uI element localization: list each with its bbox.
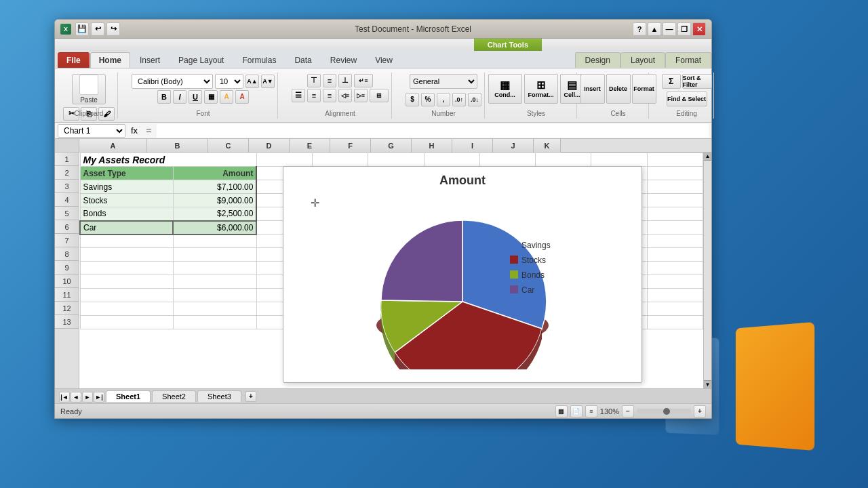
col-header-d[interactable]: D — [249, 139, 290, 152]
cell-a6[interactable]: Car — [80, 221, 173, 235]
col-header-e[interactable]: E — [290, 139, 330, 152]
col-header-f[interactable]: F — [330, 139, 371, 152]
chart-container[interactable]: ✛ Amount — [283, 166, 642, 383]
restore-btn[interactable]: ❐ — [677, 22, 691, 36]
align-center-btn[interactable]: ≡ — [307, 89, 321, 102]
align-right-btn[interactable]: ≡ — [323, 89, 336, 102]
format-btn[interactable]: Format — [632, 74, 656, 104]
cell-a3[interactable]: Savings — [80, 180, 173, 194]
last-sheet-btn[interactable]: ►| — [94, 392, 104, 403]
sheet-tab-3[interactable]: Sheet3 — [197, 390, 241, 402]
col-header-c[interactable]: C — [208, 139, 249, 152]
tab-review[interactable]: Review — [321, 52, 366, 68]
insert-btn[interactable]: Insert — [580, 74, 605, 104]
tab-design[interactable]: Design — [575, 52, 620, 68]
cell-j4[interactable] — [647, 194, 703, 207]
vertical-scrollbar[interactable]: ▲ ▼ — [703, 152, 711, 388]
save-quick-btn[interactable]: 💾 — [75, 22, 89, 36]
increase-indent-btn[interactable]: ▷≡ — [354, 89, 368, 102]
next-sheet-btn[interactable]: ► — [82, 392, 93, 403]
underline-button[interactable]: U — [189, 90, 202, 104]
cell-d1[interactable] — [313, 153, 368, 167]
increase-font-btn[interactable]: A▲ — [245, 75, 259, 88]
row-header-8[interactable]: 8 — [55, 247, 79, 261]
row-header-7[interactable]: 7 — [55, 234, 79, 247]
zoom-slider-thumb[interactable] — [663, 408, 670, 415]
tab-data[interactable]: Data — [285, 52, 320, 68]
prev-sheet-btn[interactable]: ◄ — [71, 392, 81, 403]
decrease-font-btn[interactable]: A▼ — [261, 75, 275, 88]
cell-j5[interactable] — [647, 207, 703, 221]
cell-c1[interactable] — [256, 153, 312, 167]
align-middle-btn[interactable]: ≡ — [323, 74, 336, 87]
cell-a13[interactable] — [80, 316, 173, 329]
ribbon-collapse-btn[interactable]: ▲ — [648, 22, 661, 36]
cell-a2[interactable]: Asset Type — [80, 167, 173, 180]
tab-page-layout[interactable]: Page Layout — [170, 52, 233, 68]
sort-filter-btn[interactable]: Sort & Filter — [682, 74, 712, 89]
font-color-btn[interactable]: A — [235, 90, 249, 104]
first-sheet-btn[interactable]: |◄ — [59, 392, 70, 403]
add-sheet-btn[interactable]: + — [245, 391, 256, 402]
cell-b2[interactable]: Amount — [173, 167, 256, 180]
cell-j6[interactable] — [647, 221, 703, 235]
cell-a11[interactable] — [80, 289, 173, 302]
align-left-btn[interactable]: ☰ — [292, 89, 305, 102]
cell-g1[interactable] — [479, 153, 535, 167]
row-header-2[interactable]: 2 — [55, 166, 79, 180]
zoom-in-btn[interactable]: + — [694, 405, 706, 418]
col-header-g[interactable]: G — [371, 139, 412, 152]
col-header-j[interactable]: J — [493, 139, 534, 152]
tab-format[interactable]: Format — [665, 52, 711, 68]
function-wizard-btn[interactable]: fx — [128, 125, 140, 136]
row-header-3[interactable]: 3 — [55, 180, 79, 193]
cell-a12[interactable] — [80, 302, 173, 316]
normal-view-btn[interactable]: ▦ — [555, 405, 568, 418]
sum-btn[interactable]: Σ — [662, 74, 681, 89]
wrap-text-btn[interactable]: ↵≡ — [354, 74, 373, 87]
tab-view[interactable]: View — [366, 52, 401, 68]
close-btn[interactable]: ✕ — [692, 22, 706, 36]
col-header-h[interactable]: H — [412, 139, 452, 152]
row-header-5[interactable]: 5 — [55, 207, 79, 220]
tab-home[interactable]: Home — [90, 52, 130, 68]
tab-layout[interactable]: Layout — [620, 52, 665, 68]
decrease-indent-btn[interactable]: ◁≡ — [338, 89, 352, 102]
decrease-decimal-btn[interactable]: .0↓ — [468, 93, 481, 106]
cell-i1[interactable] — [591, 153, 647, 167]
cell-a9[interactable] — [80, 262, 173, 275]
comma-btn[interactable]: , — [437, 93, 450, 106]
tab-insert[interactable]: Insert — [131, 52, 169, 68]
col-header-i[interactable]: I — [452, 139, 493, 152]
cell-h1[interactable] — [536, 153, 591, 167]
sheet-tab-2[interactable]: Sheet2 — [152, 390, 196, 402]
row-header-1[interactable]: 1 — [55, 152, 79, 166]
paste-button[interactable]: Paste — [72, 74, 106, 104]
increase-decimal-btn[interactable]: .0↑ — [452, 93, 466, 106]
font-size-select[interactable]: 10 — [215, 74, 243, 89]
page-layout-view-btn[interactable]: 📄 — [570, 405, 583, 418]
cell-a7[interactable] — [80, 235, 173, 248]
percent-btn[interactable]: % — [421, 93, 435, 106]
tab-formulas[interactable]: Formulas — [233, 52, 285, 68]
zoom-out-btn[interactable]: − — [622, 405, 634, 418]
col-header-k[interactable]: K — [534, 139, 561, 152]
cell-a1[interactable]: My Assets Record — [80, 153, 256, 167]
help-btn[interactable]: ? — [633, 22, 646, 36]
row-header-11[interactable]: 11 — [55, 288, 79, 302]
row-header-6[interactable]: 6 — [55, 220, 79, 234]
cell-a10[interactable] — [80, 275, 173, 289]
merge-cells-btn[interactable]: ⊞ — [370, 89, 389, 102]
cell-j3[interactable] — [647, 180, 703, 194]
conditional-format-btn[interactable]: ▦ Cond... — [488, 74, 522, 104]
cell-f1[interactable] — [424, 153, 479, 167]
undo-btn[interactable]: ↩ — [91, 22, 104, 36]
col-header-a[interactable]: A — [79, 139, 147, 152]
cell-b3[interactable]: $7,100.00 — [173, 180, 256, 194]
cell-a4[interactable]: Stocks — [80, 194, 173, 207]
scroll-up-btn[interactable]: ▲ — [704, 152, 711, 161]
currency-btn[interactable]: $ — [406, 93, 419, 106]
row-header-12[interactable]: 12 — [55, 302, 79, 315]
page-break-view-btn[interactable]: ≡ — [585, 405, 597, 418]
align-bottom-btn[interactable]: ⊥ — [338, 74, 352, 87]
